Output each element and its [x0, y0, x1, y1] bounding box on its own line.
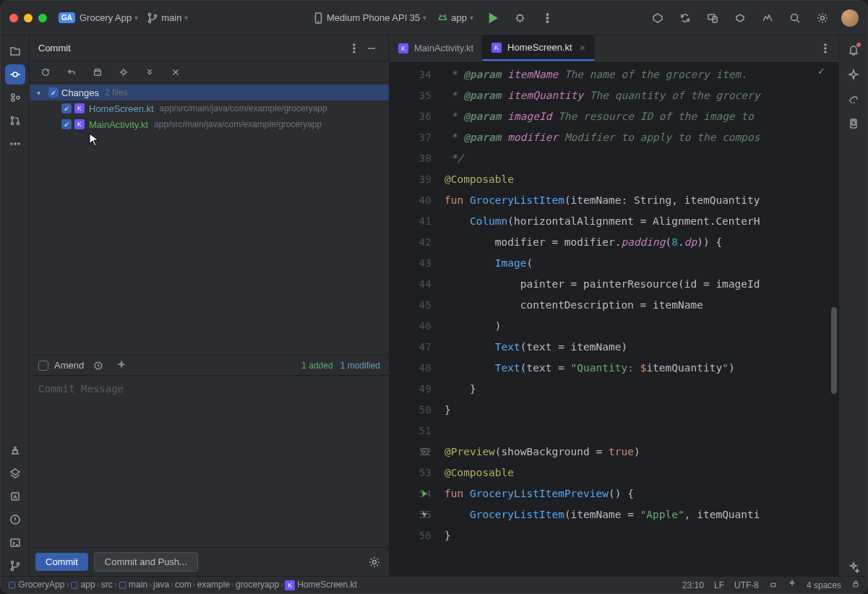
svg-point-27	[11, 568, 13, 570]
titlebar-right	[649, 9, 859, 27]
svg-point-7	[546, 17, 548, 18]
svg-rect-25	[11, 539, 20, 546]
commit-panel-title: Commit	[38, 43, 345, 53]
minimize-window[interactable]	[24, 14, 33, 22]
ai-status-icon[interactable]	[788, 580, 796, 590]
indent-setting[interactable]: 4 spaces	[807, 580, 841, 590]
settings-icon[interactable]	[814, 9, 831, 27]
minimize-panel-icon[interactable]	[363, 40, 380, 57]
stats-modified: 1 modified	[340, 361, 380, 371]
scrollbar-thumb[interactable]	[831, 307, 837, 394]
inspection-ok-icon[interactable]: ✓	[817, 66, 825, 77]
code-with-me-icon[interactable]	[649, 9, 666, 27]
close-diff-icon[interactable]	[167, 64, 184, 81]
project-name[interactable]: Grocery App	[80, 12, 132, 23]
panel-options-icon[interactable]	[345, 40, 363, 57]
kotlin-file-icon: K	[398, 43, 408, 53]
amend-checkbox[interactable]	[38, 361, 48, 371]
change-stats: 1 added 1 modified	[301, 361, 380, 371]
file-checkbox[interactable]	[61, 103, 72, 113]
changelist-icon[interactable]	[141, 64, 158, 81]
ai-assistant-button[interactable]	[845, 559, 862, 576]
svg-point-33	[121, 70, 125, 74]
line-separator[interactable]: LF	[714, 580, 724, 590]
structure-tool-button[interactable]	[5, 87, 25, 108]
changed-file-row[interactable]: K HomeScreen.kt app/src/main/java/com/ex…	[30, 100, 389, 116]
changes-group-row[interactable]: ▾ Changes 2 files	[30, 85, 389, 100]
shelve-icon[interactable]	[89, 64, 106, 81]
kotlin-file-icon: K	[74, 103, 85, 113]
editor-tabs: K MainActivity.kt K HomeScreen.kt ×	[390, 35, 838, 61]
kotlin-file-icon: K	[491, 43, 502, 53]
resource-manager-button[interactable]	[5, 463, 25, 483]
svg-point-21	[14, 143, 16, 145]
lock-icon[interactable]	[851, 580, 860, 590]
svg-point-2	[155, 14, 157, 17]
branch-selector[interactable]: main ▾	[147, 12, 188, 24]
terminal-button[interactable]	[5, 533, 25, 553]
readonly-icon[interactable]	[769, 580, 778, 590]
changes-checkbox[interactable]	[48, 87, 59, 98]
more-run-button[interactable]	[538, 9, 556, 27]
chevron-down-icon[interactable]: ▾	[37, 89, 46, 97]
problems-button[interactable]	[5, 509, 25, 530]
code-editor[interactable]: ✓ 34353637383940414243444546474849505152…	[390, 61, 838, 576]
ai-icon[interactable]	[113, 357, 130, 374]
search-icon[interactable]	[786, 9, 804, 27]
editor-tab[interactable]: K HomeScreen.kt ×	[483, 35, 595, 61]
device-selector[interactable]: Medium Phone API 35 ▾	[312, 12, 426, 24]
changed-file-row[interactable]: K MainActivity.kt app/src/main/java/com/…	[30, 116, 389, 132]
svg-point-35	[373, 560, 377, 564]
revert-icon[interactable]	[63, 64, 80, 81]
stats-added: 1 added	[301, 361, 332, 371]
gradle-button[interactable]	[845, 90, 862, 108]
commit-message-input[interactable]	[30, 376, 389, 547]
titlebar: GA Grocery App ▾ main ▾ Medium Phone API…	[1, 1, 867, 35]
cursor-position[interactable]: 23:10	[682, 580, 704, 590]
commit-message-area	[30, 375, 389, 547]
file-checkbox[interactable]	[61, 119, 72, 129]
file-encoding[interactable]: UTF-8	[734, 580, 759, 590]
user-avatar[interactable]	[841, 9, 859, 27]
pull-requests-tool-button[interactable]	[5, 111, 25, 131]
device-manager-icon[interactable]	[704, 9, 721, 27]
commit-tool-button[interactable]	[5, 64, 25, 85]
tab-options-icon[interactable]	[817, 40, 834, 57]
svg-point-31	[353, 51, 355, 53]
svg-point-14	[12, 94, 14, 97]
sync-icon[interactable]	[676, 9, 694, 27]
gemini-button[interactable]	[845, 66, 862, 83]
close-tab-icon[interactable]: ×	[580, 42, 585, 53]
notifications-button[interactable]	[845, 41, 862, 59]
svg-point-38	[825, 51, 826, 53]
app-quality-button[interactable]	[5, 486, 25, 507]
editor-tab[interactable]: K MainActivity.kt	[390, 35, 483, 61]
module-selector[interactable]: app ▾	[437, 12, 473, 24]
svg-point-19	[17, 122, 19, 124]
amend-label: Amend	[54, 360, 84, 371]
commit-button[interactable]: Commit	[35, 553, 88, 571]
maximize-window[interactable]	[38, 14, 47, 22]
breadcrumbs[interactable]: ▢ GroceryApp›▢ app›src›▢ main›java›com›e…	[8, 580, 357, 590]
version-control-button[interactable]	[5, 556, 25, 576]
debug-button[interactable]	[511, 9, 528, 27]
refresh-icon[interactable]	[37, 64, 54, 81]
svg-point-22	[18, 143, 20, 145]
device-explorer-button[interactable]	[845, 115, 862, 132]
svg-point-8	[546, 20, 548, 22]
svg-point-17	[11, 116, 13, 119]
project-tool-button[interactable]	[5, 41, 25, 61]
more-tools-button[interactable]	[5, 134, 25, 154]
code-lines[interactable]: * @param itemName The name of the grocer…	[444, 61, 838, 576]
commit-settings-icon[interactable]	[366, 554, 383, 571]
profiler-icon[interactable]	[759, 9, 776, 27]
gradle-sync-icon[interactable]	[731, 9, 749, 27]
build-variants-button[interactable]	[5, 440, 25, 460]
svg-point-18	[11, 122, 13, 124]
chevron-down-icon: ▾	[470, 14, 473, 22]
commit-and-push-button[interactable]: Commit and Push...	[94, 552, 198, 572]
diff-icon[interactable]	[115, 64, 132, 81]
run-button[interactable]	[484, 9, 501, 27]
close-window[interactable]	[9, 14, 18, 22]
history-icon[interactable]	[90, 357, 107, 374]
